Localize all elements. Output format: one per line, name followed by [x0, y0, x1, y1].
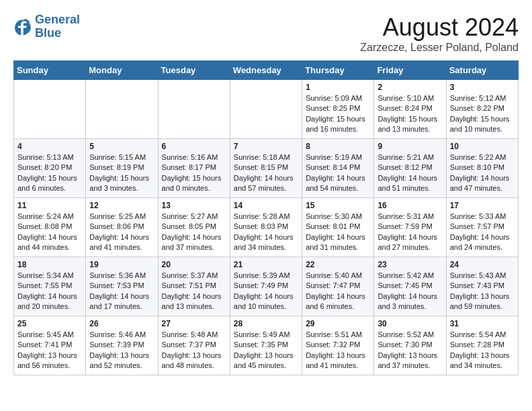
calendar-week-row: 4Sunrise: 5:13 AMSunset: 8:20 PMDaylight… — [14, 139, 519, 198]
calendar-cell: 3Sunrise: 5:12 AMSunset: 8:22 PMDaylight… — [446, 80, 518, 139]
daylight-hours-label: Daylight: 14 hours — [450, 173, 515, 183]
daylight-hours-label: Daylight: 14 hours — [17, 232, 82, 242]
sun-time: and 41 minutes. — [89, 242, 154, 253]
day-number: 21 — [234, 260, 298, 269]
sun-time: Sunset: 8:15 PM — [234, 163, 298, 173]
calendar-cell: 24Sunrise: 5:43 AMSunset: 7:43 PMDayligh… — [446, 257, 518, 316]
daylight-hours-label: Daylight: 15 hours — [306, 114, 370, 124]
daylight-hours-label: Daylight: 15 hours — [162, 173, 226, 183]
calendar-cell — [14, 80, 86, 139]
calendar-week-row: 1Sunrise: 5:09 AMSunset: 8:25 PMDaylight… — [14, 80, 519, 139]
daylight-hours-label: Daylight: 14 hours — [306, 232, 370, 242]
weekday-header-saturday: Saturday — [446, 61, 518, 80]
calendar-cell: 20Sunrise: 5:37 AMSunset: 7:51 PMDayligh… — [158, 257, 230, 316]
calendar-cell: 19Sunrise: 5:36 AMSunset: 7:53 PMDayligh… — [86, 257, 158, 316]
calendar-cell: 14Sunrise: 5:28 AMSunset: 8:03 PMDayligh… — [230, 198, 302, 257]
day-number: 12 — [89, 201, 154, 210]
sun-time: Sunrise: 5:34 AM — [17, 271, 82, 281]
sun-time: and 52 minutes. — [89, 361, 154, 371]
calendar-cell: 9Sunrise: 5:21 AMSunset: 8:12 PMDaylight… — [374, 139, 446, 198]
sun-time: Sunrise: 5:39 AM — [234, 271, 298, 281]
calendar-cell: 10Sunrise: 5:22 AMSunset: 8:10 PMDayligh… — [446, 139, 518, 198]
sun-time: and 6 minutes. — [306, 302, 370, 312]
daylight-hours-label: Daylight: 14 hours — [306, 291, 370, 302]
daylight-hours-label: Daylight: 14 hours — [17, 291, 82, 302]
sun-time: and 34 minutes. — [450, 361, 515, 371]
sun-time: Sunrise: 5:42 AM — [378, 271, 442, 281]
daylight-hours-label: Daylight: 14 hours — [89, 291, 154, 302]
sun-time: Sunrise: 5:19 AM — [306, 152, 370, 163]
calendar-cell: 27Sunrise: 5:48 AMSunset: 7:37 PMDayligh… — [158, 316, 230, 375]
sun-time: Sunset: 7:55 PM — [17, 281, 82, 291]
sun-time: Sunset: 8:03 PM — [234, 222, 298, 232]
daylight-hours-label: Daylight: 14 hours — [234, 291, 298, 302]
daylight-hours-label: Daylight: 13 hours — [450, 291, 515, 302]
calendar-cell: 30Sunrise: 5:52 AMSunset: 7:30 PMDayligh… — [374, 316, 446, 375]
sun-time: and 37 minutes. — [378, 361, 442, 371]
daylight-hours-label: Daylight: 14 hours — [450, 232, 515, 242]
day-number: 18 — [17, 260, 82, 269]
daylight-hours-label: Daylight: 14 hours — [306, 173, 370, 183]
sun-time: Sunset: 8:14 PM — [306, 163, 370, 173]
sun-time: Sunrise: 5:22 AM — [450, 152, 515, 163]
sun-time: and 0 minutes. — [162, 183, 226, 193]
daylight-hours-label: Daylight: 14 hours — [89, 232, 154, 242]
daylight-hours-label: Daylight: 13 hours — [306, 351, 370, 361]
calendar-cell: 7Sunrise: 5:18 AMSunset: 8:15 PMDaylight… — [230, 139, 302, 198]
sun-time: Sunset: 8:01 PM — [306, 222, 370, 232]
day-number: 2 — [378, 83, 442, 92]
calendar-cell — [230, 80, 302, 139]
calendar-cell: 2Sunrise: 5:10 AMSunset: 8:24 PMDaylight… — [374, 80, 446, 139]
daylight-hours-label: Daylight: 15 hours — [17, 173, 82, 183]
sun-time: and 3 minutes. — [89, 183, 154, 193]
day-number: 11 — [17, 201, 82, 210]
sun-time: and 57 minutes. — [234, 183, 298, 193]
sun-time: Sunrise: 5:21 AM — [378, 152, 442, 163]
sun-time: Sunset: 8:25 PM — [306, 103, 370, 113]
sun-time: Sunrise: 5:10 AM — [378, 93, 442, 103]
weekday-header-wednesday: Wednesday — [230, 61, 302, 80]
sun-time: and 10 minutes. — [450, 124, 515, 134]
calendar-cell — [158, 80, 230, 139]
sun-time: Sunset: 7:35 PM — [234, 340, 298, 350]
sun-time: Sunrise: 5:49 AM — [234, 330, 298, 340]
calendar-cell: 13Sunrise: 5:27 AMSunset: 8:05 PMDayligh… — [158, 198, 230, 257]
calendar-cell: 6Sunrise: 5:16 AMSunset: 8:17 PMDaylight… — [158, 139, 230, 198]
sun-time: and 41 minutes. — [306, 361, 370, 371]
day-number: 23 — [378, 260, 442, 269]
day-number: 27 — [162, 319, 226, 328]
sun-time: and 10 minutes. — [234, 302, 298, 312]
sun-time: Sunset: 8:17 PM — [162, 163, 226, 173]
logo-line1: General — [35, 13, 80, 26]
sun-time: and 37 minutes. — [162, 242, 226, 253]
daylight-hours-label: Daylight: 14 hours — [378, 173, 442, 183]
logo-icon — [13, 17, 32, 36]
sun-time: and 54 minutes. — [306, 183, 370, 193]
sun-time: and 34 minutes. — [234, 242, 298, 253]
day-number: 30 — [378, 319, 442, 328]
day-number: 28 — [234, 319, 298, 328]
sun-time: Sunrise: 5:43 AM — [450, 271, 515, 281]
daylight-hours-label: Daylight: 14 hours — [378, 291, 442, 302]
sun-time: and 13 minutes. — [162, 302, 226, 312]
sun-time: Sunrise: 5:25 AM — [89, 212, 154, 222]
logo-line2: Blue — [35, 26, 61, 40]
calendar-cell: 18Sunrise: 5:34 AMSunset: 7:55 PMDayligh… — [14, 257, 86, 316]
sun-time: Sunset: 8:05 PM — [162, 222, 226, 232]
sun-time: Sunset: 7:43 PM — [450, 281, 515, 291]
calendar-cell — [86, 80, 158, 139]
calendar-cell: 16Sunrise: 5:31 AMSunset: 7:59 PMDayligh… — [374, 198, 446, 257]
weekday-header-monday: Monday — [86, 61, 158, 80]
sun-time: and 24 minutes. — [450, 242, 515, 253]
sun-time: Sunset: 7:41 PM — [17, 340, 82, 350]
logo: General Blue — [13, 13, 80, 40]
calendar-cell: 1Sunrise: 5:09 AMSunset: 8:25 PMDaylight… — [302, 80, 374, 139]
sun-time: Sunset: 7:45 PM — [378, 281, 442, 291]
day-number: 25 — [17, 319, 82, 328]
sun-time: and 51 minutes. — [378, 183, 442, 193]
daylight-hours-label: Daylight: 14 hours — [234, 173, 298, 183]
weekday-header-sunday: Sunday — [14, 61, 86, 80]
day-number: 20 — [162, 260, 226, 269]
sun-time: Sunset: 8:20 PM — [17, 163, 82, 173]
day-number: 14 — [234, 201, 298, 210]
